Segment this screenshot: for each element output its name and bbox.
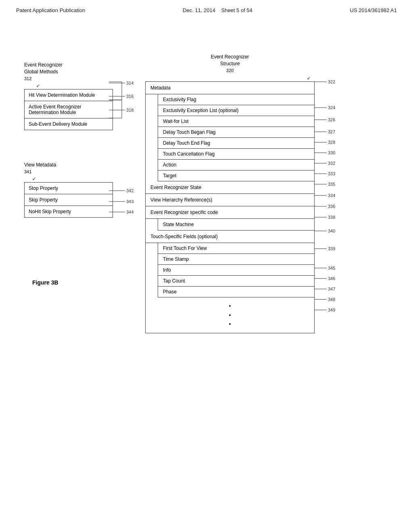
delay-touch-began-flag: Delay Touch Began Flag: [158, 127, 314, 138]
metadata-items: Exclusivity Flag Exclusivity Exception L…: [158, 94, 314, 181]
phase-field: Phase: [158, 287, 314, 297]
svg-text:349: 349: [328, 308, 335, 312]
svg-text:336: 336: [328, 204, 335, 209]
svg-text:332: 332: [328, 161, 335, 166]
exclusivity-flag: Exclusivity Flag: [158, 94, 314, 105]
svg-text:343: 343: [126, 199, 133, 204]
svg-text:347: 347: [328, 287, 335, 291]
event-recognizer-label: Event Recognizer Global Methods 312: [24, 62, 113, 82]
event-recognizer-state: Event Recognizer State: [146, 181, 314, 194]
event-recognizer-specific-code: Event Recognizer specific code: [146, 206, 314, 219]
svg-text:326: 326: [328, 117, 335, 122]
svg-text:324: 324: [328, 105, 335, 110]
module-sub-event: Sub-Event Delivery Module: [25, 118, 113, 130]
svg-text:318: 318: [126, 108, 133, 112]
exclusivity-exception-list: Exclusivity Exception List (optional): [158, 105, 314, 116]
svg-text:348: 348: [328, 297, 335, 302]
right-structure-label: Event Recognizer Structure 320: [145, 54, 315, 74]
continuation-dots: • • •: [146, 297, 314, 332]
state-machine-wrapper: State Machine: [158, 219, 314, 231]
module-active-event: Active Event Recognizer Determination Mo…: [25, 101, 113, 118]
touch-cancellation-flag: Touch Cancellation Flag: [158, 149, 314, 160]
wait-for-list: Wait-for List: [158, 116, 314, 127]
main-outer-box: Metadata Exclusivity Flag Exclusivity Ex…: [145, 81, 315, 333]
skip-property: Skip Property: [25, 194, 113, 206]
left-bottom-properties: Stop Property Skip Property NoHit Skip P…: [24, 182, 113, 218]
view-hierarchy-reference: View Hierarchy Reference(s): [146, 194, 314, 206]
module-hit-view: Hit View Determination Module: [25, 89, 113, 101]
left-top-modules: Hit View Determination Module Active Eve…: [24, 89, 113, 130]
metadata-header: Metadata: [146, 82, 314, 94]
header-right: US 2014/361982 A1: [350, 7, 397, 13]
svg-text:338: 338: [328, 215, 335, 220]
svg-text:335: 335: [328, 182, 335, 187]
tap-count: Tap Count: [158, 276, 314, 287]
svg-text:339: 339: [328, 246, 335, 251]
svg-text:340: 340: [328, 229, 335, 233]
svg-text:327: 327: [328, 129, 335, 134]
svg-text:342: 342: [126, 188, 133, 193]
svg-text:314: 314: [126, 81, 133, 85]
svg-text:334: 334: [328, 193, 335, 198]
nohit-skip-property: NoHit Skip Property: [25, 206, 113, 217]
delay-touch-end-flag: Delay Touch End Flag: [158, 138, 314, 149]
svg-text:328: 328: [328, 140, 335, 145]
stop-property: Stop Property: [25, 183, 113, 194]
figure-label: Figure 3B: [32, 279, 58, 286]
svg-text:346: 346: [328, 276, 335, 281]
touch-specific-header: Touch-Specific Fields (optional): [146, 231, 314, 243]
svg-text:322: 322: [328, 79, 335, 84]
time-stamp: Time Stamp: [158, 254, 314, 265]
svg-text:330: 330: [328, 150, 335, 155]
state-machine: State Machine: [158, 219, 314, 230]
view-metadata-label: View Metadata 341: [24, 162, 113, 175]
svg-text:333: 333: [328, 171, 335, 176]
header-left: Patent Application Publication: [16, 7, 85, 13]
page-header: Patent Application Publication Dec. 11, …: [0, 0, 413, 17]
svg-text:345: 345: [328, 266, 335, 270]
target-field: Target: [158, 170, 314, 181]
header-middle: Dec. 11, 2014 Sheet 5 of 54: [183, 7, 252, 13]
svg-text:316: 316: [126, 94, 133, 99]
first-touch-for-view: First Touch For View: [158, 243, 314, 254]
action-field: Action: [158, 160, 314, 170]
svg-text:344: 344: [126, 210, 133, 214]
touch-specific-items: First Touch For View Time Stamp Info Tap…: [158, 243, 314, 297]
info-field: Info: [158, 265, 314, 276]
ref-312: 312: [24, 76, 31, 81]
